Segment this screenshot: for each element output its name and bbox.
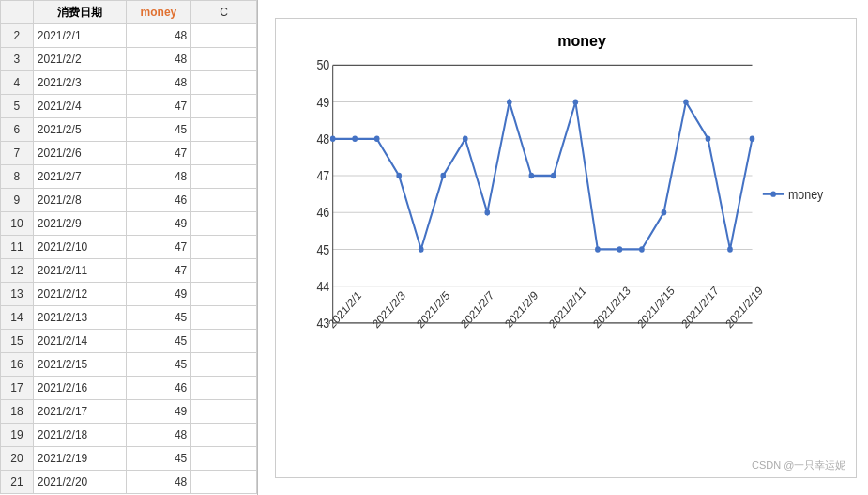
empty-cell [191,95,257,118]
row-number: 11 [1,236,34,259]
svg-point-45 [705,135,710,141]
corner-header [1,1,34,24]
svg-point-33 [440,172,446,178]
svg-text:46: 46 [316,205,329,220]
empty-cell [191,189,257,212]
svg-point-30 [373,135,379,141]
chart-title: money [327,33,837,50]
svg-point-31 [396,172,402,178]
empty-cell [191,165,257,189]
svg-text:2021/2/15: 2021/2/15 [634,283,677,331]
svg-point-47 [749,135,754,141]
table-row: 102021/2/949 [1,212,257,236]
row-number: 21 [1,471,34,494]
table-row: 152021/2/1445 [1,330,257,353]
svg-point-32 [418,246,423,252]
value-cell: 45 [126,306,191,330]
value-cell: 48 [126,165,191,189]
table-row: 162021/2/1545 [1,353,257,377]
row-number: 16 [1,353,34,377]
row-number: 12 [1,259,34,283]
empty-cell [191,48,257,71]
col-b-header: money [126,1,191,24]
value-cell: 48 [126,471,191,494]
svg-point-29 [352,135,358,141]
svg-point-40 [595,246,601,252]
date-cell: 2021/2/10 [33,236,126,259]
svg-point-41 [617,246,622,252]
row-number: 14 [1,306,34,330]
empty-cell [191,283,257,306]
empty-cell [191,142,257,165]
row-number: 5 [1,95,34,118]
svg-point-28 [329,135,335,141]
value-cell: 47 [126,142,191,165]
value-cell: 48 [126,48,191,71]
value-cell: 45 [126,353,191,377]
row-number: 2 [1,24,34,48]
table-row: 62021/2/545 [1,118,257,142]
row-number: 18 [1,400,34,424]
date-cell: 2021/2/7 [33,165,126,189]
date-cell: 2021/2/16 [33,377,126,400]
value-cell: 45 [126,118,191,142]
row-number: 6 [1,118,34,142]
table-row: 32021/2/248 [1,48,257,71]
row-number: 7 [1,142,34,165]
svg-point-34 [462,135,467,141]
table-row: 22021/2/148 [1,24,257,48]
table-row: 92021/2/846 [1,189,257,212]
empty-cell [191,400,257,424]
chart-inner: 50494847464544432021/2/12021/2/32021/2/5… [327,59,837,419]
value-cell: 48 [126,24,191,48]
value-cell: 47 [126,95,191,118]
empty-cell [191,212,257,236]
table-row: 82021/2/748 [1,165,257,189]
table-row: 202021/2/1945 [1,447,257,471]
empty-cell [191,259,257,283]
table-row: 132021/2/1249 [1,283,257,306]
svg-text:2021/2/3: 2021/2/3 [370,287,408,331]
svg-point-42 [639,246,645,252]
row-number: 8 [1,165,34,189]
table-row: 52021/2/447 [1,95,257,118]
empty-cell [191,330,257,353]
watermark: CSDN @一只幸运妮 [752,458,845,472]
svg-text:2021/2/9: 2021/2/9 [502,287,541,331]
spreadsheet: 消费日期 money C 22021/2/14832021/2/24842021… [0,0,868,495]
chart-container: money 50494847464544432021/2/12021/2/320… [275,18,857,478]
value-cell: 46 [126,377,191,400]
row-number: 3 [1,48,34,71]
date-cell: 2021/2/14 [33,330,126,353]
empty-cell [191,306,257,330]
row-number: 4 [1,71,34,95]
svg-point-46 [727,246,733,252]
value-cell: 47 [126,259,191,283]
date-cell: 2021/2/20 [33,471,126,494]
svg-text:2021/2/7: 2021/2/7 [458,287,496,331]
empty-cell [191,447,257,471]
date-cell: 2021/2/2 [33,48,126,71]
table-area: 消费日期 money C 22021/2/14832021/2/24842021… [0,0,258,495]
date-cell: 2021/2/8 [33,189,126,212]
date-cell: 2021/2/13 [33,306,126,330]
table-row: 172021/2/1646 [1,377,257,400]
value-cell: 48 [126,71,191,95]
svg-text:47: 47 [316,168,329,183]
svg-point-44 [683,99,689,104]
table-row: 212021/2/2048 [1,471,257,494]
date-cell: 2021/2/5 [33,118,126,142]
table-row: 42021/2/348 [1,71,257,95]
chart-svg: 50494847464544432021/2/12021/2/32021/2/5… [327,59,837,419]
date-cell: 2021/2/9 [33,212,126,236]
table-row: 192021/2/1848 [1,424,257,447]
date-cell: 2021/2/11 [33,259,126,283]
svg-text:48: 48 [316,131,329,147]
svg-text:money: money [787,187,823,202]
table-row: 122021/2/1147 [1,259,257,283]
date-cell: 2021/2/3 [33,71,126,95]
svg-text:50: 50 [316,57,329,72]
empty-cell [191,24,257,48]
value-cell: 45 [126,447,191,471]
value-cell: 49 [126,212,191,236]
